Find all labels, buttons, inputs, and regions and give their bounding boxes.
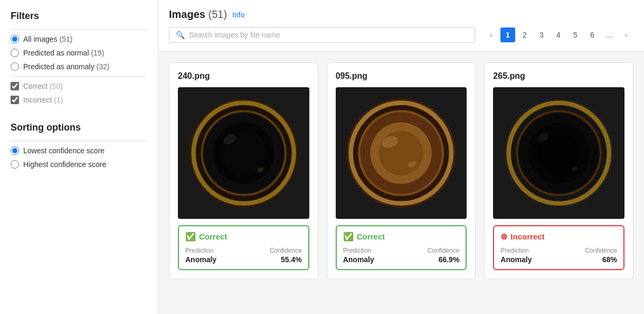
page-title: Images (51) — [169, 8, 227, 21]
search-bar[interactable]: 🔍 — [169, 27, 475, 43]
filter-normal-radio[interactable] — [11, 49, 19, 57]
result-details-1: Prediction Anomaly Confidence 66.9% — [343, 247, 460, 264]
page-6-button[interactable]: 6 — [585, 27, 600, 42]
filter-all-images[interactable]: All images (51) — [11, 35, 147, 43]
page-5-button[interactable]: 5 — [568, 27, 583, 42]
prediction-value-2: Anomaly — [500, 255, 532, 264]
incorrect-icon-2: ⊗ — [500, 232, 507, 242]
filter-all-radio[interactable] — [11, 35, 19, 43]
lens-svg-2 — [503, 97, 614, 209]
sorting-section: Sorting options Lowest confidence score … — [11, 122, 147, 174]
main-header: Images (51) Info 🔍 ‹ 1 2 3 4 5 6 … › — [158, 0, 644, 52]
filter-correct[interactable]: Correct (50) — [11, 82, 147, 90]
image-card-0: 240.png ✅ Correct — [169, 62, 318, 279]
prev-page-button[interactable]: ‹ — [484, 27, 498, 42]
filter-incorrect[interactable]: Incorrect (1) — [11, 96, 147, 104]
result-box-0: ✅ Correct Prediction Anomaly Confidence … — [178, 225, 309, 270]
image-card-2: 265.png ⊗ Incorrect — [484, 62, 633, 279]
divider — [11, 29, 147, 30]
main-content: Images (51) Info 🔍 ‹ 1 2 3 4 5 6 … › — [158, 0, 644, 314]
result-details-0: Prediction Anomaly Confidence 55.4% — [185, 247, 302, 264]
page-ellipsis[interactable]: … — [602, 27, 617, 42]
filter-all-label: All images (51) — [23, 35, 72, 43]
image-thumbnail-0 — [178, 87, 309, 219]
search-input[interactable] — [189, 31, 468, 39]
incorrect-label: Incorrect (1) — [23, 96, 63, 104]
sort-lowest[interactable]: Lowest confidence score — [11, 146, 147, 155]
page-3-button[interactable]: 3 — [534, 27, 549, 42]
image-card-1: 095.png ✅ Correct — [327, 62, 476, 279]
confidence-value-1: 66.9% — [428, 255, 460, 264]
sort-lowest-radio[interactable] — [11, 146, 19, 155]
search-icon: 🔍 — [176, 31, 185, 39]
sidebar: Filters All images (51) Predicted as nor… — [0, 0, 158, 314]
image-thumbnail-1 — [336, 87, 467, 219]
confidence-col-0: Confidence 55.4% — [270, 247, 302, 264]
prediction-col-0: Prediction Anomaly — [185, 247, 216, 264]
svg-point-11 — [379, 131, 424, 176]
image-thumbnail-2 — [493, 87, 624, 219]
result-details-2: Prediction Anomaly Confidence 68% — [500, 247, 617, 264]
sort-highest-label: Highest confidence score — [23, 160, 106, 169]
page-1-button[interactable]: 1 — [500, 27, 515, 42]
prediction-col-2: Prediction Anomaly — [500, 247, 532, 264]
filter-anomaly-count: (32) — [97, 62, 110, 71]
next-page-button[interactable]: › — [619, 27, 633, 42]
correct-checkbox[interactable] — [11, 82, 19, 90]
image-grid: 240.png ✅ Correct — [158, 52, 644, 314]
filter-anomaly-radio[interactable] — [11, 62, 19, 71]
page-4-button[interactable]: 4 — [551, 27, 566, 42]
header-bottom: 🔍 ‹ 1 2 3 4 5 6 … › — [169, 27, 633, 43]
confidence-value-0: 55.4% — [270, 255, 302, 264]
confidence-value-2: 68% — [585, 255, 617, 264]
confidence-header-1: Confidence — [428, 247, 460, 254]
sort-highest-radio[interactable] — [11, 160, 19, 169]
result-label-0: ✅ Correct — [185, 232, 302, 242]
filter-normal[interactable]: Predicted as normal (19) — [11, 49, 147, 57]
sort-highest[interactable]: Highest confidence score — [11, 160, 147, 169]
filename-1: 095.png — [336, 71, 467, 81]
result-box-1: ✅ Correct Prediction Anomaly Confidence … — [336, 225, 467, 270]
incorrect-checkbox[interactable] — [11, 96, 19, 104]
divider-3 — [11, 141, 147, 141]
header-top: Images (51) Info — [169, 8, 633, 21]
result-label-1: ✅ Correct — [343, 232, 460, 242]
incorrect-count: (1) — [54, 96, 63, 104]
confidence-header-2: Confidence — [585, 247, 617, 254]
correct-icon-0: ✅ — [185, 232, 196, 242]
filename-0: 240.png — [178, 71, 309, 81]
page-2-button[interactable]: 2 — [517, 27, 532, 42]
filter-normal-label: Predicted as normal (19) — [23, 49, 104, 57]
prediction-col-1: Prediction Anomaly — [343, 247, 374, 264]
correct-icon-1: ✅ — [343, 232, 354, 242]
info-link[interactable]: Info — [232, 11, 244, 19]
confidence-col-1: Confidence 66.9% — [428, 247, 460, 264]
filters-section: Filters All images (51) Predicted as nor… — [11, 11, 147, 109]
result-label-2: ⊗ Incorrect — [500, 232, 617, 242]
lens-svg-0 — [188, 97, 299, 209]
pagination: ‹ 1 2 3 4 5 6 … › — [484, 27, 633, 42]
filter-anomaly-label: Predicted as anomaly (32) — [23, 62, 109, 71]
filter-all-count: (51) — [59, 35, 72, 43]
sorting-title: Sorting options — [11, 122, 147, 133]
sort-lowest-label: Lowest confidence score — [23, 146, 105, 155]
correct-label: Correct (50) — [23, 82, 63, 90]
prediction-header-1: Prediction — [343, 247, 374, 254]
prediction-header-2: Prediction — [500, 247, 532, 254]
confidence-header-0: Confidence — [270, 247, 302, 254]
filters-title: Filters — [11, 11, 147, 22]
prediction-value-1: Anomaly — [343, 255, 374, 264]
confidence-col-2: Confidence 68% — [585, 247, 617, 264]
filter-normal-count: (19) — [91, 49, 104, 57]
lens-svg-1 — [345, 97, 457, 209]
correct-count: (50) — [50, 82, 63, 90]
result-box-2: ⊗ Incorrect Prediction Anomaly Confidenc… — [493, 225, 624, 270]
prediction-header-0: Prediction — [185, 247, 216, 254]
divider-2 — [11, 76, 147, 77]
filename-2: 265.png — [493, 71, 624, 81]
filter-anomaly[interactable]: Predicted as anomaly (32) — [11, 62, 147, 71]
prediction-value-0: Anomaly — [185, 255, 216, 264]
